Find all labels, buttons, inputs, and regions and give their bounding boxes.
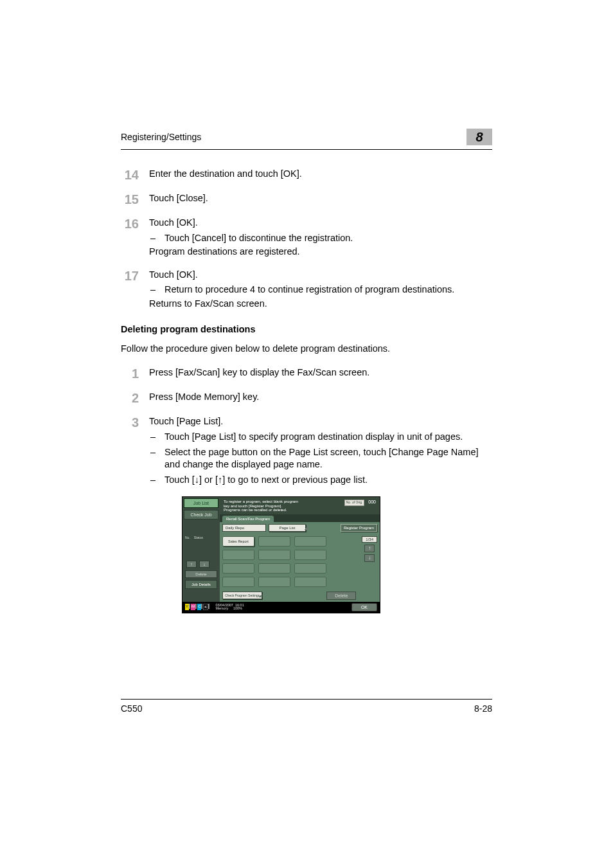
instruction-message: To register a program, select blank prog… <box>224 500 298 512</box>
job-down-arrow-icon[interactable]: ↓ <box>199 561 209 568</box>
program-slot[interactable] <box>294 536 326 547</box>
section-intro: Follow the procedure given below to dele… <box>121 343 492 354</box>
step-number: 1 <box>121 366 149 381</box>
footer-page: 8-28 <box>474 703 492 714</box>
program-slot[interactable] <box>258 563 290 574</box>
step-note: Program destinations are registered. <box>149 246 492 258</box>
job-delete-button[interactable]: Delete <box>185 570 217 578</box>
sub-text: Touch [Cancel] to discontinue the regist… <box>164 232 492 245</box>
sub-text: Touch [↓] or [↑] to go to next or previo… <box>164 474 492 487</box>
program-delete-button[interactable]: Delete <box>326 592 356 600</box>
device-screenshot: Job List Check Job To register a program… <box>182 496 380 613</box>
footer-rule <box>121 699 492 700</box>
col-status: Status <box>194 536 203 539</box>
program-grid: Sales Report <box>222 536 326 587</box>
page-down-arrow-icon[interactable]: ↓ <box>364 554 375 562</box>
program-slot[interactable] <box>258 536 290 547</box>
section-title: Deleting program destinations <box>121 324 492 334</box>
step-number: 16 <box>121 217 149 258</box>
step-note: Returns to Fax/Scan screen. <box>149 298 492 311</box>
step-text: Press [Fax/Scan] key to display the Fax/… <box>149 366 492 381</box>
page-indicator: 1/34 <box>362 536 377 543</box>
step-text: Touch [OK]. <box>149 269 492 282</box>
col-no: No. <box>185 536 190 539</box>
status-datetime: 03/04/2007 16:01 Memory 100% <box>215 604 244 611</box>
program-slot[interactable]: Sales Report <box>222 536 254 547</box>
sub-dash: – <box>149 446 164 471</box>
page-up-arrow-icon[interactable]: ↑ <box>364 545 375 552</box>
job-up-arrow-icon[interactable]: ↑ <box>186 561 197 568</box>
header-rule <box>121 149 492 150</box>
step-text: Enter the destination and touch [OK]. <box>149 168 492 182</box>
sub-text: Select the page button on the Page List … <box>164 446 492 471</box>
chapter-number: 8 <box>466 129 492 145</box>
step-number: 15 <box>121 192 149 206</box>
sub-text: Touch [Page List] to specify program des… <box>164 431 492 444</box>
sub-text: Return to procedure 4 to continue regist… <box>164 284 492 296</box>
program-slot[interactable] <box>294 577 326 587</box>
step-text: Touch [OK]. <box>149 217 492 230</box>
program-slot[interactable] <box>258 577 290 587</box>
page-list-button[interactable]: Page List <box>269 524 306 532</box>
register-program-button[interactable]: Register Program <box>341 524 377 532</box>
program-slot[interactable] <box>294 563 326 574</box>
job-list-tab[interactable]: Job List <box>184 498 218 508</box>
job-details-button[interactable]: Job Details <box>185 580 217 589</box>
step-number: 3 <box>121 415 149 486</box>
sub-dash: – <box>149 232 164 245</box>
originals-icon: No. of Orig. <box>344 500 365 506</box>
program-slot[interactable] <box>222 563 254 574</box>
step-number: 17 <box>121 269 149 311</box>
sub-dash: – <box>149 474 164 487</box>
originals-counter: 000 <box>368 500 376 505</box>
footer-model: C550 <box>121 703 142 714</box>
step-text: Touch [Close]. <box>149 192 492 206</box>
check-job-tab[interactable]: Check Job <box>184 510 218 520</box>
step-number: 2 <box>121 391 149 405</box>
step-text: Touch [Page List]. <box>149 415 492 428</box>
program-slot[interactable] <box>222 577 254 587</box>
sub-dash: – <box>149 284 164 296</box>
program-slot[interactable] <box>222 550 254 560</box>
recall-program-tab[interactable]: Recall Scan/Fax Program <box>222 516 274 522</box>
program-slot[interactable] <box>258 550 290 560</box>
sub-dash: – <box>149 431 164 444</box>
header-title: Registering/Settings <box>121 132 201 142</box>
program-slot[interactable] <box>294 550 326 560</box>
toner-indicator: Y M C K <box>185 604 210 610</box>
ok-button[interactable]: OK <box>351 603 377 611</box>
step-number: 14 <box>121 168 149 182</box>
check-program-settings-button[interactable]: Check Program Settings <box>222 592 262 599</box>
page-name-field[interactable]: Daily Repo <box>222 524 266 532</box>
step-text: Press [Mode Memory] key. <box>149 391 492 405</box>
